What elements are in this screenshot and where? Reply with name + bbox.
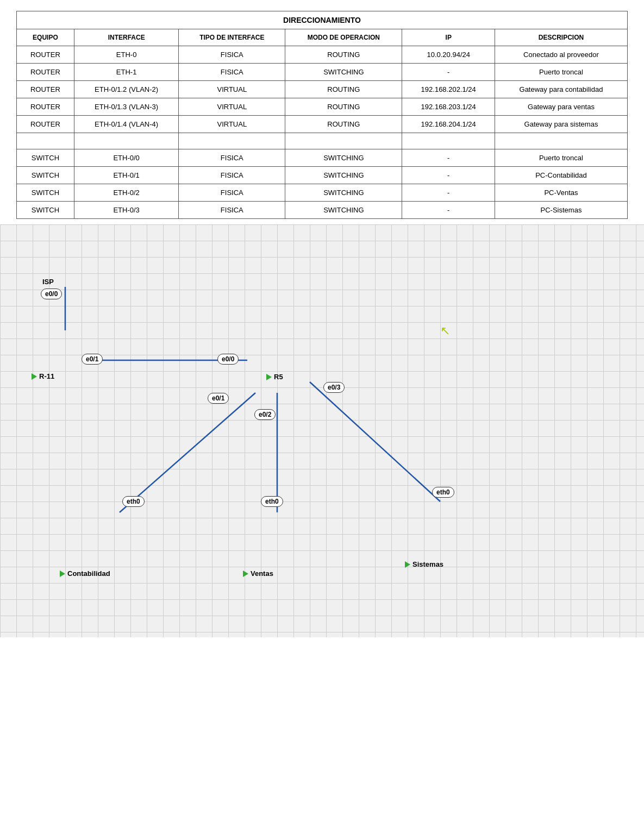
col-header-modo: MODO DE OPERACION <box>285 29 402 46</box>
table-row-7-col-1: ETH-0/1 <box>74 167 179 184</box>
table-row-8-col-1: ETH-0/2 <box>74 184 179 202</box>
table-row: SWITCHETH-0/3FISICASWITCHING-PC-Sistemas <box>17 202 628 219</box>
svg-line-4 <box>310 382 440 501</box>
iface-eth0-cont: eth0 <box>122 496 145 507</box>
table-row-4-col-5: Gateway para sistemas <box>495 116 627 133</box>
isp-label: ISP <box>42 278 54 286</box>
table-row-9-col-2: FISICA <box>179 202 285 219</box>
empty-cell <box>402 133 495 149</box>
table-row: ROUTERETH-0/1.3 (VLAN-3)VIRTUALROUTING19… <box>17 98 628 116</box>
col-header-equipo: EQUIPO <box>17 29 74 46</box>
table-row-1-col-4: - <box>402 64 495 81</box>
table-row-3-col-5: Gateway para ventas <box>495 98 627 116</box>
table-row-8-col-4: - <box>402 184 495 202</box>
sistemas-label: Sistemas <box>405 560 443 568</box>
table-row-2-col-3: ROUTING <box>285 81 402 98</box>
contabilidad-label: Contabilidad <box>60 569 110 578</box>
empty-cell <box>495 133 627 149</box>
iface-eth0-sistemas: eth0 <box>432 487 454 498</box>
table-row-6-col-0: SWITCH <box>17 149 74 167</box>
table-row <box>17 133 628 149</box>
table-row-4-col-2: VIRTUAL <box>179 116 285 133</box>
empty-cell <box>179 133 285 149</box>
table-section: DIRECCIONAMIENTO EQUIPO INTERFACE TIPO D… <box>0 0 644 224</box>
col-header-tipo: TIPO DE INTERFACE <box>179 29 285 46</box>
r5-name: R5 <box>274 373 283 381</box>
sistemas-play-arrow <box>405 561 410 568</box>
table-row-9-col-0: SWITCH <box>17 202 74 219</box>
empty-cell <box>17 133 74 149</box>
table-row: ROUTERETH-1FISICASWITCHING-Puerto tronca… <box>17 64 628 81</box>
table-row-2-col-4: 192.168.202.1/24 <box>402 81 495 98</box>
col-header-ip: IP <box>402 29 495 46</box>
table-row-0-col-2: FISICA <box>179 46 285 64</box>
table-row-7-col-4: - <box>402 167 495 184</box>
svg-line-2 <box>120 393 255 512</box>
empty-cell <box>74 133 179 149</box>
network-diagram: ISP e0/0 R-11 e0/1 <box>0 224 644 637</box>
table-row-0-col-5: Conectado al proveedor <box>495 46 627 64</box>
iface-e01-r5: e0/1 <box>208 393 229 404</box>
ventas-play-arrow <box>243 570 248 577</box>
table-row-6-col-1: ETH-0/0 <box>74 149 179 167</box>
table-row: ROUTERETH-0/1.2 (VLAN-2)VIRTUALROUTING19… <box>17 81 628 98</box>
table-row-0-col-1: ETH-0 <box>74 46 179 64</box>
r5-play-arrow <box>266 374 272 380</box>
direccionamiento-table: DIRECCIONAMIENTO EQUIPO INTERFACE TIPO D… <box>16 11 628 219</box>
table-row: SWITCHETH-0/2FISICASWITCHING-PC-Ventas <box>17 184 628 202</box>
table-row-6-col-3: SWITCHING <box>285 149 402 167</box>
table-row-4-col-0: ROUTER <box>17 116 74 133</box>
table-row-4-col-1: ETH-0/1.4 (VLAN-4) <box>74 116 179 133</box>
empty-cell <box>285 133 402 149</box>
table-row-0-col-4: 10.0.20.94/24 <box>402 46 495 64</box>
table-row-8-col-3: SWITCHING <box>285 184 402 202</box>
r11-play-arrow <box>32 373 37 380</box>
table-row-1-col-0: ROUTER <box>17 64 74 81</box>
table-title: DIRECCIONAMIENTO <box>17 11 628 29</box>
ventas-name: Ventas <box>251 569 273 578</box>
ventas-label: Ventas <box>243 569 273 578</box>
table-row-7-col-2: FISICA <box>179 167 285 184</box>
table-row: ROUTERETH-0FISICAROUTING10.0.20.94/24Con… <box>17 46 628 64</box>
table-row-7-col-0: SWITCH <box>17 167 74 184</box>
table-row-6-col-2: FISICA <box>179 149 285 167</box>
table-row-8-col-5: PC-Ventas <box>495 184 627 202</box>
table-row-3-col-3: ROUTING <box>285 98 402 116</box>
col-header-interface: INTERFACE <box>74 29 179 46</box>
contabilidad-play-arrow <box>60 570 65 577</box>
table-row-6-col-5: Puerto troncal <box>495 149 627 167</box>
table-row-4-col-3: ROUTING <box>285 116 402 133</box>
table-row: ROUTERETH-0/1.4 (VLAN-4)VIRTUALROUTING19… <box>17 116 628 133</box>
sistemas-name: Sistemas <box>412 560 443 568</box>
table-row-2-col-1: ETH-0/1.2 (VLAN-2) <box>74 81 179 98</box>
table-row-1-col-1: ETH-1 <box>74 64 179 81</box>
table-row-7-col-5: PC-Contabilidad <box>495 167 627 184</box>
iface-e00-isp: e0/0 <box>41 289 62 299</box>
r11-label: R-11 <box>32 372 54 380</box>
table-row-6-col-4: - <box>402 149 495 167</box>
table-row-1-col-5: Puerto troncal <box>495 64 627 81</box>
table-row-3-col-2: VIRTUAL <box>179 98 285 116</box>
table-row-4-col-4: 192.168.204.1/24 <box>402 116 495 133</box>
table-row-7-col-3: SWITCHING <box>285 167 402 184</box>
r11-name: R-11 <box>39 372 54 380</box>
table-row-3-col-0: ROUTER <box>17 98 74 116</box>
table-row-9-col-1: ETH-0/3 <box>74 202 179 219</box>
table-row-2-col-0: ROUTER <box>17 81 74 98</box>
r5-label: R5 <box>266 373 283 381</box>
iface-eth0-ventas: eth0 <box>261 496 283 507</box>
table-row-9-col-4: - <box>402 202 495 219</box>
table-row-3-col-1: ETH-0/1.3 (VLAN-3) <box>74 98 179 116</box>
col-header-desc: DESCRIPCION <box>495 29 627 46</box>
iface-e00-r5: e0/0 <box>217 354 239 365</box>
iface-e01-r11: e0/1 <box>82 354 103 365</box>
table-row-2-col-5: Gateway para contabilidad <box>495 81 627 98</box>
iface-e02-r5: e0/2 <box>254 409 276 420</box>
contabilidad-name: Contabilidad <box>67 569 110 578</box>
table-row: SWITCHETH-0/1FISICASWITCHING-PC-Contabil… <box>17 167 628 184</box>
iface-e03-r5: e0/3 <box>323 382 345 393</box>
table-row-1-col-2: FISICA <box>179 64 285 81</box>
table-row-9-col-5: PC-Sistemas <box>495 202 627 219</box>
table-row-2-col-2: VIRTUAL <box>179 81 285 98</box>
table-row-9-col-3: SWITCHING <box>285 202 402 219</box>
